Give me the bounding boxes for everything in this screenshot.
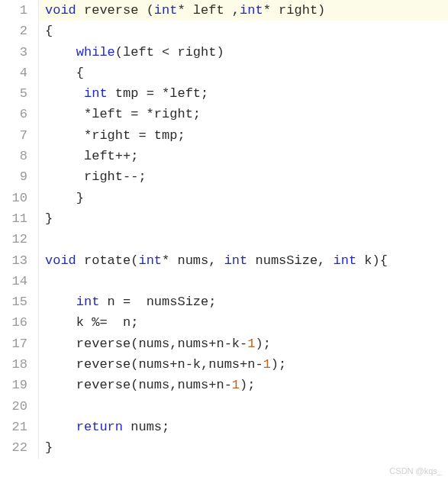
code-token: int bbox=[334, 253, 357, 268]
line-number: 7 bbox=[0, 125, 27, 146]
code-token: *right = tmp; bbox=[45, 128, 185, 143]
line-number: 5 bbox=[0, 83, 27, 104]
line-number: 11 bbox=[0, 208, 27, 229]
code-token: int bbox=[138, 253, 162, 268]
code-token: * left , bbox=[177, 3, 240, 18]
line-number-gutter: 12345678910111213141516171819202122 bbox=[0, 0, 38, 459]
code-token: while bbox=[76, 45, 115, 60]
code-line: reverse(nums,nums+n-k-1); bbox=[38, 333, 448, 354]
code-line: void reverse (int* left ,int* right) bbox=[38, 0, 448, 21]
line-number: 19 bbox=[0, 375, 27, 395]
code-token: left++; bbox=[45, 149, 138, 163]
code-token: int bbox=[154, 3, 178, 18]
code-line: int n = numsSize; bbox=[38, 292, 448, 312]
line-number: 21 bbox=[0, 417, 27, 437]
code-token: } bbox=[45, 191, 84, 205]
code-line: right--; bbox=[38, 166, 448, 187]
code-line: { bbox=[38, 21, 448, 41]
code-token: reverse ( bbox=[76, 3, 154, 18]
code-line: int tmp = *left; bbox=[38, 83, 448, 104]
code-line: while(left < right) bbox=[38, 42, 448, 63]
code-token: (left < right) bbox=[115, 45, 224, 60]
code-line: reverse(nums+n-k,nums+n-1); bbox=[38, 354, 448, 375]
code-token: int bbox=[84, 86, 108, 101]
code-token: nums; bbox=[123, 420, 169, 434]
line-number: 18 bbox=[0, 354, 27, 375]
line-number: 4 bbox=[0, 63, 27, 83]
code-token bbox=[45, 295, 76, 309]
code-line: k %= n; bbox=[38, 312, 448, 333]
code-token: n = numsSize; bbox=[99, 295, 216, 309]
watermark-text: CSDN @kqs_ bbox=[389, 466, 442, 475]
code-token: void bbox=[45, 3, 76, 18]
line-number: 8 bbox=[0, 146, 27, 166]
code-line: void rotate(int* nums, int numsSize, int… bbox=[38, 250, 448, 271]
code-area: void reverse (int* left ,int* right){ wh… bbox=[38, 0, 448, 459]
code-token: numsSize, bbox=[247, 253, 333, 268]
code-token: int bbox=[76, 295, 100, 309]
code-token: ); bbox=[240, 378, 255, 392]
line-number: 1 bbox=[0, 0, 27, 21]
line-number: 10 bbox=[0, 188, 27, 208]
code-line: { bbox=[38, 63, 448, 83]
code-token: reverse(nums,nums+n- bbox=[45, 378, 232, 392]
code-token: return bbox=[76, 420, 123, 434]
code-line: return nums; bbox=[38, 417, 448, 437]
line-number: 14 bbox=[0, 271, 27, 292]
line-number: 2 bbox=[0, 21, 27, 41]
code-token: rotate( bbox=[76, 253, 139, 268]
code-line: } bbox=[38, 437, 448, 458]
code-line: reverse(nums,nums+n-1); bbox=[38, 375, 448, 395]
code-token: k %= n; bbox=[45, 315, 138, 330]
line-number: 17 bbox=[0, 333, 27, 354]
code-token: { bbox=[45, 66, 84, 80]
code-line bbox=[38, 229, 448, 250]
code-line bbox=[38, 396, 448, 417]
code-token: 1 bbox=[263, 357, 271, 372]
line-number: 6 bbox=[0, 104, 27, 124]
code-line: *right = tmp; bbox=[38, 125, 448, 146]
line-number: 12 bbox=[0, 229, 27, 250]
code-token: * right) bbox=[263, 3, 326, 18]
code-token: ); bbox=[255, 337, 270, 351]
code-line: *left = *right; bbox=[38, 104, 448, 124]
code-line: } bbox=[38, 208, 448, 229]
code-token: ); bbox=[271, 357, 286, 372]
code-token bbox=[45, 45, 76, 60]
line-number: 3 bbox=[0, 42, 27, 63]
code-editor: 12345678910111213141516171819202122 void… bbox=[0, 0, 448, 459]
line-number: 20 bbox=[0, 396, 27, 417]
line-number: 22 bbox=[0, 437, 27, 458]
code-token: 1 bbox=[247, 337, 255, 351]
line-number: 15 bbox=[0, 292, 27, 312]
code-token: int bbox=[240, 3, 263, 18]
line-number: 13 bbox=[0, 250, 27, 271]
code-token bbox=[45, 420, 76, 434]
line-number: 9 bbox=[0, 166, 27, 187]
code-token: reverse(nums,nums+n-k- bbox=[45, 337, 247, 351]
code-line bbox=[38, 271, 448, 292]
code-line: } bbox=[38, 188, 448, 208]
code-token: k){ bbox=[356, 253, 388, 268]
code-token: tmp = *left; bbox=[108, 86, 209, 101]
code-token: } bbox=[45, 440, 53, 455]
code-token: void bbox=[45, 253, 76, 268]
code-token: *left = *right; bbox=[45, 107, 201, 121]
code-token: } bbox=[45, 211, 53, 226]
code-token: { bbox=[45, 24, 53, 38]
code-token: 1 bbox=[232, 378, 240, 392]
code-token: reverse(nums+n-k,nums+n- bbox=[45, 357, 263, 372]
code-token: right--; bbox=[45, 169, 147, 184]
code-token: * nums, bbox=[162, 253, 224, 268]
line-number: 16 bbox=[0, 312, 27, 333]
code-token: int bbox=[224, 253, 248, 268]
code-line: left++; bbox=[38, 146, 448, 166]
code-token bbox=[45, 86, 84, 101]
